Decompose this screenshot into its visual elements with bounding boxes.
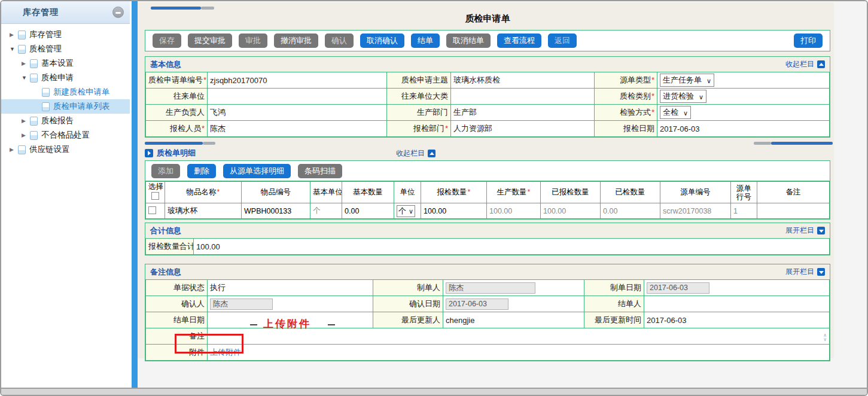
submit-approval-button[interactable]: 提交审批	[188, 33, 232, 48]
status-value: 执行	[208, 280, 373, 296]
horizontal-scrollbar-left[interactable]	[145, 142, 215, 145]
field-label: 报检日期	[595, 121, 657, 137]
sidebar-item-defective-disposal[interactable]: 不合格品处置	[1, 128, 130, 142]
expand-arrow-icon[interactable]	[10, 28, 17, 42]
scroll-spinner[interactable]: ∧∨	[823, 331, 827, 342]
collapse-up-icon[interactable]	[428, 150, 435, 157]
row-checkbox[interactable]	[148, 206, 156, 214]
expand-section-link[interactable]: 展开栏目	[785, 226, 825, 236]
table-row: 玻璃水杯 WPBH000133 个 0.00 个 100.00 100.00 1…	[146, 203, 830, 219]
expand-arrow-icon[interactable]	[22, 114, 29, 128]
base-qty-cell[interactable]: 0.00	[342, 203, 394, 219]
expand-arrow-icon[interactable]	[22, 56, 29, 71]
basic-info-section: 基本信息 收起栏目 质检申请单编号* zjsqbh20170070 质检申请主题…	[145, 56, 830, 138]
view-flow-button[interactable]: 查看流程	[497, 33, 541, 48]
apply-dept-value[interactable]: 人力资源部	[451, 121, 595, 137]
select-from-source-button[interactable]: 从源单选择明细	[223, 164, 291, 178]
subject-value[interactable]: 玻璃水杯质检	[451, 72, 595, 89]
barcode-scan-button[interactable]: 条码扫描	[298, 164, 342, 178]
sidebar-item-inventory-mgmt[interactable]: 库存管理	[1, 28, 130, 42]
approve-button[interactable]: 审批	[239, 33, 267, 48]
field-label: 质检申请主题	[387, 72, 451, 89]
remark-cell[interactable]	[757, 203, 830, 219]
section-title: 基本信息	[150, 59, 181, 70]
order-no-value[interactable]: zjsqbh20170070	[208, 72, 387, 89]
prod-manager-value[interactable]: 飞鸿	[208, 105, 387, 121]
cancel-confirm-button[interactable]: 取消确认	[360, 33, 404, 48]
document-icon	[30, 117, 38, 126]
tree-item-label: 基本设置	[41, 56, 74, 71]
expand-down-icon[interactable]	[817, 227, 825, 234]
horizontal-scrollbar-top[interactable]	[151, 7, 214, 10]
scrollbar-track[interactable]	[201, 7, 214, 10]
field-label: 报检数量合计	[146, 239, 194, 255]
expand-arrow-icon[interactable]	[10, 142, 17, 157]
qc-category-select[interactable]: 进货检验	[660, 90, 706, 103]
field-label: 确认人	[146, 296, 208, 312]
collapse-up-icon[interactable]	[817, 60, 825, 68]
partner-value[interactable]	[208, 89, 387, 105]
sidebar: 库存管理 库存管理 质检管理 基本设置 质检申请	[1, 1, 130, 388]
apply-date-value[interactable]: 2017-06-03	[657, 121, 830, 137]
apply-qty-cell[interactable]: 100.00	[421, 203, 487, 219]
scrollbar-thumb[interactable]	[145, 142, 203, 145]
inspect-mode-select[interactable]: 全检	[660, 106, 691, 119]
save-button[interactable]: 保存	[153, 33, 181, 48]
confirmer-input: 陈杰	[210, 298, 273, 310]
item-name-cell[interactable]: 玻璃水杯	[165, 203, 242, 219]
scrollbar-thumb[interactable]	[771, 142, 833, 145]
field-label: 报检人员*	[146, 121, 208, 137]
field-label: 检验方式*	[595, 105, 657, 121]
print-button[interactable]: 打印	[794, 33, 823, 48]
source-type-select[interactable]: 生产任务单	[660, 74, 714, 87]
basic-info-grid: 质检申请单编号* zjsqbh20170070 质检申请主题 玻璃水杯质检 源单…	[145, 72, 830, 137]
document-icon	[30, 74, 38, 83]
splitter-bar[interactable]	[132, 1, 138, 388]
field-label: 质检类别*	[595, 89, 657, 105]
collapse-section-link[interactable]: 收起栏目	[396, 148, 435, 159]
applicant-value[interactable]: 陈杰	[208, 121, 387, 137]
cancel-close-button[interactable]: 取消结单	[446, 33, 491, 48]
scrollbar-thumb[interactable]	[151, 7, 201, 10]
horizontal-scrollbar-right[interactable]	[754, 142, 833, 145]
close-order-button[interactable]: 结单	[411, 33, 440, 48]
scrollbar-track[interactable]	[203, 142, 215, 145]
field-label: 源单类型*	[595, 72, 657, 89]
sidebar-item-new-qc-apply[interactable]: 新建质检申请单	[1, 85, 130, 99]
sidebar-item-qc-report[interactable]: 质检报告	[1, 114, 130, 128]
sidebar-item-qc-apply[interactable]: 质检申请	[1, 71, 130, 85]
expand-section-link[interactable]: 展开栏目	[785, 267, 825, 277]
document-icon	[18, 145, 26, 154]
sidebar-item-qc-apply-list[interactable]: 质检申请单列表	[1, 99, 130, 114]
tree-item-label: 质检报告	[41, 114, 74, 128]
expand-arrow-icon[interactable]	[22, 128, 29, 142]
revoke-approval-button[interactable]: 撤消审批	[274, 33, 318, 48]
main-area: 质检申请单 保存 提交审批 审批 撤消审批 确认 取消确认 结单 取消结单 查看…	[138, 1, 867, 388]
confirm-button[interactable]: 确认	[325, 33, 354, 48]
chevron-down-icon[interactable]: ∨	[823, 337, 827, 342]
chevron-down-icon	[683, 108, 688, 117]
scrollbar-track[interactable]	[754, 142, 771, 145]
item-code-cell[interactable]: WPBH000133	[242, 203, 310, 219]
tree-item-label: 不合格品处置	[41, 128, 90, 142]
sidebar-item-qc-mgmt[interactable]: 质检管理	[1, 42, 130, 56]
select-column-header: 选择	[146, 182, 165, 203]
delete-row-button[interactable]: 删除	[187, 164, 216, 178]
back-button[interactable]: 返回	[548, 33, 577, 48]
collapse-section-link[interactable]: 收起栏目	[785, 59, 825, 69]
page-title: 质检申请单	[145, 13, 830, 25]
sidebar-item-basic-settings[interactable]: 基本设置	[1, 56, 130, 71]
sidebar-collapse-button[interactable]	[112, 7, 124, 18]
prod-dept-value[interactable]: 生产部	[451, 105, 595, 121]
collapse-arrow-icon[interactable]	[10, 42, 17, 56]
select-all-checkbox[interactable]	[151, 192, 159, 200]
unit-select[interactable]: 个	[397, 205, 415, 217]
add-row-button[interactable]: 添加	[151, 164, 180, 178]
expand-down-icon[interactable]	[817, 268, 825, 276]
sidebar-item-supply-chain-settings[interactable]: 供应链设置	[1, 142, 130, 157]
applied-qty-cell: 100.00	[541, 203, 601, 219]
toolbar: 保存 提交审批 审批 撤消审批 确认 取消确认 结单 取消结单 查看流程 返回 …	[145, 30, 830, 51]
collapse-arrow-icon[interactable]	[22, 71, 29, 85]
collapse-section-label: 收起栏目	[785, 59, 814, 69]
partner-class-value[interactable]	[451, 89, 595, 105]
